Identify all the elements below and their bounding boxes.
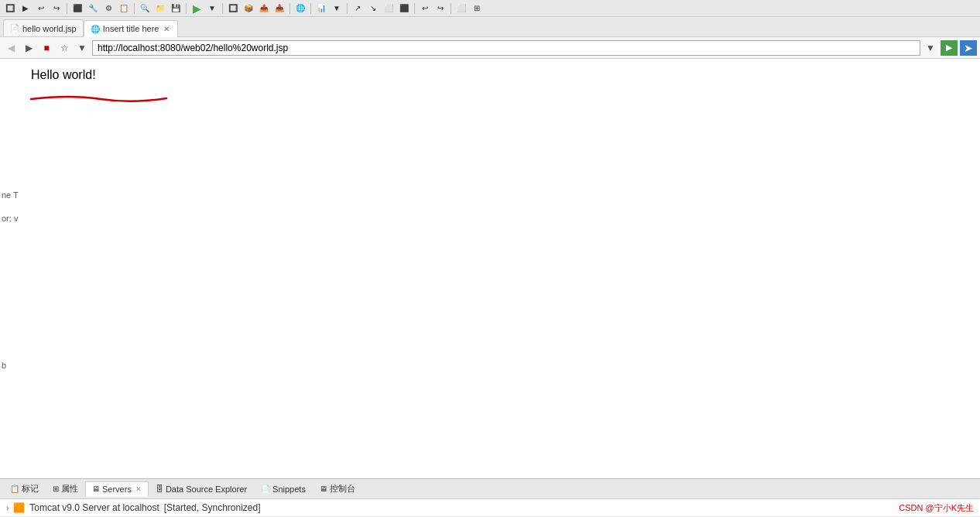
bottom-tab-bar: 📋 标记 ⊞ 属性 🖥 Servers ✕ 🗄 Data Source Expl… xyxy=(0,479,980,499)
toolbar-run[interactable]: ▶ xyxy=(190,2,204,15)
server-list-row[interactable]: › 🟧 Tomcat v9.0 Server at localhost [Sta… xyxy=(0,499,980,517)
datasource-label: Data Source Explorer xyxy=(166,484,247,494)
toolbar-btn-11[interactable]: 💾 xyxy=(169,2,183,15)
bottom-tab-servers[interactable]: 🖥 Servers ✕ xyxy=(85,481,149,497)
watermark: CSDN @宁小K先生 xyxy=(899,502,974,514)
separator-7 xyxy=(347,3,348,14)
dropdown-button[interactable]: ▼ xyxy=(74,40,90,56)
biaoij-label: 标记 xyxy=(22,483,39,495)
separator-8 xyxy=(414,3,415,14)
separator-2 xyxy=(134,3,135,14)
go-blue-button[interactable]: ➤ xyxy=(960,40,977,56)
separator-1 xyxy=(67,3,67,14)
console-icon: 🖥 xyxy=(320,484,327,493)
bookmark-button[interactable]: ☆ xyxy=(57,40,72,56)
toolbar-btn-1[interactable]: 🔲 xyxy=(3,2,17,15)
browser-area: ◀ ▶ ■ ☆ ▼ ▼ ▶ ➤ ne T or: v b Hello world… xyxy=(0,37,980,478)
bottom-tab-console[interactable]: 🖥 控制台 xyxy=(313,481,362,497)
separator-5 xyxy=(290,3,290,14)
toolbar-btn-22[interactable]: ⬜ xyxy=(382,2,396,15)
url-input[interactable] xyxy=(92,40,920,56)
tab-hello-world[interactable]: 📄 hello world.jsp xyxy=(3,19,84,36)
shuxing-icon: ⊞ xyxy=(53,484,59,493)
toolbar-btn-4[interactable]: ↪ xyxy=(50,2,63,15)
server-icon: 🟧 xyxy=(13,502,25,513)
toolbar-btn-12[interactable]: ▼ xyxy=(205,2,219,15)
servers-close[interactable]: ✕ xyxy=(135,485,142,493)
datasource-icon: 🗄 xyxy=(156,484,163,493)
toolbar-btn-3[interactable]: ↩ xyxy=(34,2,48,15)
hello-world-text: Hello world! xyxy=(31,68,96,81)
shuxing-label: 属性 xyxy=(61,483,78,495)
left-edge-label: b xyxy=(0,361,6,370)
page-content: Hello world! xyxy=(0,59,980,87)
tab-insert-title[interactable]: 🌐 Insert title here ✕ xyxy=(84,20,179,37)
toolbar-restore[interactable]: ⊞ xyxy=(470,2,484,15)
tab-close-button[interactable]: ✕ xyxy=(162,25,171,33)
toolbar-btn-20[interactable]: ↗ xyxy=(351,2,365,15)
toolbar-btn-5[interactable]: ⬛ xyxy=(70,2,84,15)
tab-hello-label: hello world.jsp xyxy=(22,24,77,33)
top-toolbar: 🔲 ▶ ↩ ↪ ⬛ 🔧 ⚙ 📋 🔍 📁 💾 ▶ ▼ 🔲 📦 📤 📥 🌐 📊 ▼ … xyxy=(0,0,980,17)
red-underline-drawing xyxy=(23,93,166,104)
toolbar-maximize[interactable]: ⬜ xyxy=(454,2,468,15)
server-status: [Started, Synchronized] xyxy=(164,502,261,513)
separator-4 xyxy=(222,3,223,14)
separator-3 xyxy=(186,3,187,14)
toolbar-btn-2[interactable]: ▶ xyxy=(19,2,33,15)
toolbar-btn-9[interactable]: 🔍 xyxy=(138,2,152,15)
url-dropdown-button[interactable]: ▼ xyxy=(923,40,938,56)
go-green-button[interactable]: ▶ xyxy=(941,40,958,56)
toolbar-btn-10[interactable]: 📁 xyxy=(153,2,167,15)
toolbar-btn-16[interactable]: 📥 xyxy=(272,2,286,15)
bottom-tab-snippets[interactable]: 📄 Snippets xyxy=(254,481,313,497)
tab-insert-label: Insert title here xyxy=(103,24,159,33)
separator-6 xyxy=(310,3,311,14)
biaoij-icon: 📋 xyxy=(10,484,19,493)
toolbar-btn-15[interactable]: 📤 xyxy=(257,2,271,15)
address-bar: ◀ ▶ ■ ☆ ▼ ▼ ▶ ➤ xyxy=(0,37,980,59)
toolbar-btn-18[interactable]: 📊 xyxy=(314,2,328,15)
expand-icon[interactable]: › xyxy=(6,504,9,512)
globe-icon: 🌐 xyxy=(91,25,100,33)
snippets-label: Snippets xyxy=(272,484,306,494)
bottom-tab-shuxing[interactable]: ⊞ 属性 xyxy=(46,481,85,497)
toolbar-btn-8[interactable]: 📋 xyxy=(117,2,131,15)
server-text: Tomcat v9.0 Server at localhost xyxy=(29,502,159,513)
stop-button[interactable]: ■ xyxy=(39,40,54,56)
bottom-tab-biaoij[interactable]: 📋 标记 xyxy=(3,481,46,497)
left-partial-text-1: ne T xyxy=(0,190,19,200)
web-content-area: ne T or: v b Hello world! xyxy=(0,59,980,478)
console-label: 控制台 xyxy=(330,483,355,495)
left-partial-text-2: or: v xyxy=(0,214,18,223)
toolbar-btn-21[interactable]: ↘ xyxy=(366,2,380,15)
tab-bar: 📄 hello world.jsp 🌐 Insert title here ✕ xyxy=(0,17,980,37)
bottom-tab-datasource[interactable]: 🗄 Data Source Explorer xyxy=(149,481,254,497)
toolbar-btn-6[interactable]: 🔧 xyxy=(86,2,100,15)
separator-9 xyxy=(451,3,451,14)
file-icon: 📄 xyxy=(10,24,19,33)
back-button[interactable]: ◀ xyxy=(3,40,19,56)
main-window: 🔲 ▶ ↩ ↪ ⬛ 🔧 ⚙ 📋 🔍 📁 💾 ▶ ▼ 🔲 📦 📤 📥 🌐 📊 ▼ … xyxy=(0,0,980,517)
servers-label: Servers xyxy=(102,484,132,494)
snippets-icon: 📄 xyxy=(261,484,270,493)
forward-button[interactable]: ▶ xyxy=(21,40,36,56)
toolbar-btn-25[interactable]: ↪ xyxy=(433,2,447,15)
toolbar-btn-23[interactable]: ⬛ xyxy=(397,2,411,15)
toolbar-btn-17[interactable]: 🌐 xyxy=(293,2,307,15)
toolbar-btn-7[interactable]: ⚙ xyxy=(101,2,115,15)
toolbar-btn-19[interactable]: ▼ xyxy=(330,2,344,15)
toolbar-btn-14[interactable]: 📦 xyxy=(242,2,255,15)
toolbar-btn-13[interactable]: 🔲 xyxy=(226,2,240,15)
bottom-panel: 📋 标记 ⊞ 属性 🖥 Servers ✕ 🗄 Data Source Expl… xyxy=(0,478,980,517)
servers-icon: 🖥 xyxy=(92,484,100,493)
toolbar-btn-24[interactable]: ↩ xyxy=(418,2,432,15)
